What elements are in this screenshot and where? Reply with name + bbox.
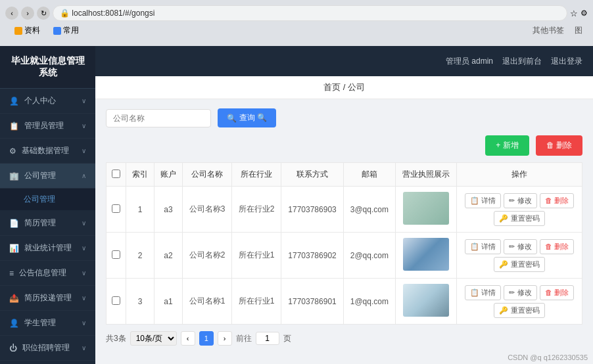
sidebar-item-company[interactable]: 🏢 公司管理 ∧ bbox=[0, 164, 95, 189]
page-size-select[interactable]: 10条/页 20条/页 bbox=[130, 331, 177, 346]
goto-input[interactable] bbox=[256, 332, 279, 345]
col-industry: 所在行业 bbox=[232, 163, 281, 187]
row-index: 3 bbox=[126, 279, 154, 325]
search-icon: 🔍 bbox=[227, 114, 237, 123]
sidebar-item-student[interactable]: 👤 学生管理 ∨ bbox=[0, 311, 95, 336]
detail-button[interactable]: 📋 详情 bbox=[465, 193, 501, 208]
add-button[interactable]: + 新增 bbox=[485, 135, 529, 156]
sidebar-sub-company: 公司管理 bbox=[0, 189, 95, 211]
row-actions: 📋 详情 ✏ 修改 🗑 删除 🔑 重置密码 bbox=[462, 239, 577, 272]
sidebar-item-admin[interactable]: 📋 管理员管理 ∨ bbox=[0, 114, 95, 139]
search-button-label: 查询 🔍 bbox=[239, 112, 267, 124]
prev-page-button[interactable]: ‹ bbox=[181, 331, 195, 346]
col-phone: 联系方式 bbox=[281, 163, 344, 187]
row-actions-top: 📋 详情 ✏ 修改 🗑 删除 bbox=[465, 193, 573, 208]
sidebar-logo: 毕业就业信息管理系统 bbox=[0, 46, 95, 89]
back-button[interactable]: ‹ bbox=[5, 7, 18, 20]
row-industry: 所在行业2 bbox=[232, 187, 281, 233]
logout-frontend-link[interactable]: 退出到前台 bbox=[502, 56, 542, 67]
select-all-checkbox[interactable] bbox=[112, 170, 120, 178]
chevron-icon: ∨ bbox=[82, 147, 86, 154]
sidebar-item-announcement[interactable]: ≡ 公告信息管理 ∨ bbox=[0, 261, 95, 286]
sidebar-sub-item-company-manage[interactable]: 公司管理 bbox=[0, 189, 95, 211]
row-phone: 17703786903 bbox=[281, 187, 344, 233]
pagination: 共3条 10条/页 20条/页 ‹ 1 › 前往 页 bbox=[106, 325, 582, 352]
chevron-icon: ∨ bbox=[82, 219, 86, 227]
reload-button[interactable]: ↻ bbox=[37, 7, 50, 20]
ext-img[interactable]: 图 bbox=[575, 25, 582, 36]
row-license-img bbox=[395, 279, 456, 325]
delete-row-button[interactable]: 🗑 删除 bbox=[540, 239, 574, 254]
search-input[interactable] bbox=[106, 109, 211, 127]
sidebar-item-label: 简历管理 bbox=[24, 217, 56, 229]
ext-other[interactable]: 其他书签 bbox=[533, 25, 564, 36]
forward-button[interactable]: › bbox=[21, 7, 34, 20]
delete-row-button[interactable]: 🗑 删除 bbox=[540, 285, 574, 300]
row-phone: 17703786901 bbox=[281, 279, 344, 325]
top-header: 管理员 admin 退出到前台 退出登录 bbox=[95, 46, 593, 76]
row-email: 3@qq.com bbox=[343, 187, 395, 233]
star-icon[interactable]: ☆ bbox=[570, 9, 578, 18]
detail-button[interactable]: 📋 详情 bbox=[465, 239, 501, 254]
sidebar-item-employment-stats[interactable]: 📊 就业统计管理 ∨ bbox=[0, 236, 95, 261]
sidebar-item-label: 个人中心 bbox=[24, 95, 56, 106]
sidebar-item-carousel[interactable]: 🖼 轮播图信息 ∨ bbox=[0, 361, 95, 364]
edit-button[interactable]: ✏ 修改 bbox=[504, 239, 536, 254]
sidebar-item-left: 📊 就业统计管理 bbox=[9, 242, 72, 254]
row-actions: 📋 详情 ✏ 修改 🗑 删除 🔑 重置密码 bbox=[462, 193, 577, 226]
table-row: 3 a1 公司名称1 所在行业1 17703786901 1@qq.com 📋 … bbox=[107, 279, 582, 325]
row-email: 2@qq.com bbox=[343, 233, 395, 279]
bookmarks-bar: 资料 常用 其他书签 图 bbox=[5, 22, 588, 39]
add-button-label: + 新增 bbox=[496, 141, 518, 150]
bookmark-changyong[interactable]: 常用 bbox=[49, 24, 83, 37]
main-content: 管理员 admin 退出到前台 退出登录 首页 / 公司 🔍 bbox=[95, 46, 593, 364]
send-icon: 📤 bbox=[9, 294, 19, 303]
row-checkbox[interactable] bbox=[112, 204, 120, 213]
breadcrumb-separator: / bbox=[343, 82, 348, 92]
header-user: 管理员 admin bbox=[446, 56, 493, 67]
license-image bbox=[403, 238, 449, 271]
edit-button[interactable]: ✏ 修改 bbox=[504, 285, 536, 300]
sidebar-item-job-recruit[interactable]: ⏻ 职位招聘管理 ∨ bbox=[0, 336, 95, 361]
row-checkbox[interactable] bbox=[112, 250, 120, 259]
sidebar-item-resume[interactable]: 📄 简历管理 ∨ bbox=[0, 211, 95, 236]
url-bar[interactable]: 🔒 localhost:8081/#/gongsi bbox=[53, 5, 567, 21]
chevron-icon: ∨ bbox=[82, 319, 86, 327]
row-actions: 📋 详情 ✏ 修改 🗑 删除 🔑 重置密码 bbox=[462, 285, 577, 318]
reset-password-button[interactable]: 🔑 重置密码 bbox=[494, 211, 544, 226]
sidebar-item-resume-delivery[interactable]: 📤 简历投递管理 ∨ bbox=[0, 286, 95, 311]
logout-link[interactable]: 退出登录 bbox=[551, 56, 582, 67]
reset-password-button[interactable]: 🔑 重置密码 bbox=[494, 303, 544, 318]
sidebar-item-personal[interactable]: 👤 个人中心 ∨ bbox=[0, 89, 95, 114]
batch-delete-button[interactable]: 🗑 删除 bbox=[536, 135, 582, 156]
bookmark-ziliao[interactable]: 资料 bbox=[11, 24, 44, 37]
next-page-button[interactable]: › bbox=[218, 331, 232, 346]
chevron-icon: ∨ bbox=[82, 294, 86, 302]
row-license-img bbox=[395, 233, 456, 279]
url-text: localhost:8081/#/gongsi bbox=[72, 9, 154, 18]
edit-button[interactable]: ✏ 修改 bbox=[504, 193, 536, 208]
sidebar-item-basic-data[interactable]: ⚙ 基础数据管理 ∨ bbox=[0, 139, 95, 164]
row-actions-cell: 📋 详情 ✏ 修改 🗑 删除 🔑 重置密码 bbox=[457, 187, 582, 233]
row-checkbox-cell bbox=[107, 187, 126, 233]
breadcrumb-current: 公司 bbox=[348, 82, 365, 92]
goto-label: 前往 bbox=[236, 333, 252, 344]
search-button[interactable]: 🔍 查询 🔍 bbox=[218, 108, 276, 127]
col-checkbox bbox=[107, 163, 126, 187]
col-account: 账户 bbox=[154, 163, 182, 187]
row-checkbox[interactable] bbox=[112, 296, 120, 305]
row-index: 2 bbox=[126, 233, 154, 279]
app-title: 毕业就业信息管理系统 bbox=[11, 55, 85, 78]
sidebar-item-left: 🏢 公司管理 bbox=[9, 170, 56, 181]
row-company-name: 公司名称1 bbox=[182, 279, 231, 325]
row-checkbox-cell bbox=[107, 233, 126, 279]
bookmark-label: 资料 bbox=[24, 25, 40, 36]
detail-button[interactable]: 📋 详情 bbox=[465, 285, 501, 300]
reset-password-button[interactable]: 🔑 重置密码 bbox=[494, 257, 544, 272]
page-label: 页 bbox=[283, 333, 291, 344]
breadcrumb-home[interactable]: 首页 bbox=[323, 82, 343, 92]
delete-row-button[interactable]: 🗑 删除 bbox=[540, 193, 574, 208]
sidebar-item-left: 📋 管理员管理 bbox=[9, 120, 64, 131]
extension-icon[interactable]: ⚙ bbox=[581, 9, 588, 18]
page-1-button[interactable]: 1 bbox=[199, 331, 214, 346]
